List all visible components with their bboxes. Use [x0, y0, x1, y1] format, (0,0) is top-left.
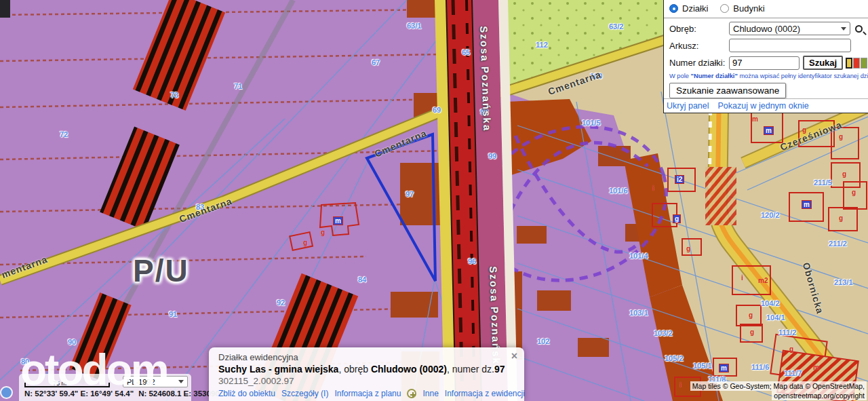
- divider: [664, 18, 868, 18]
- single-window-link[interactable]: Pokazuj w jednym oknie: [718, 101, 809, 111]
- close-icon[interactable]: ×: [511, 351, 517, 362]
- search-hint: W pole "Numer działki" można wpisać pełn…: [669, 73, 864, 79]
- plan-info-link[interactable]: Informacja z planu: [334, 389, 401, 398]
- radio-dzialki[interactable]: [669, 4, 678, 13]
- zoom-to-object-link[interactable]: Zbliż do obiektu: [218, 389, 275, 398]
- search-panel: Działki Budynki Obręb: Chludowo (0002) A…: [663, 0, 868, 113]
- panel-footer-links: Ukryj panel Pokazuj w jednym oknie: [664, 98, 868, 113]
- parcel-id: 302115_2.0002.97: [218, 376, 515, 386]
- swatch-yellow: [846, 58, 852, 69]
- obreb-select-value: Chludowo (0002): [733, 24, 800, 34]
- crs-select[interactable]: PL-1992: [123, 376, 188, 387]
- obreb-label: Obręb:: [669, 24, 729, 34]
- radio-budynki-label: Budynki: [733, 3, 764, 14]
- radio-dzialki-label: Działki: [682, 3, 708, 14]
- swatch-green: [861, 58, 867, 69]
- map-attribution: Map tiles © Geo-System; Map data © OpenS…: [690, 381, 867, 400]
- geoportal-app: 63/1676569989971737211263/2100101/5101/6…: [0, 0, 868, 401]
- attribution-line-2[interactable]: openstreetmap.org/copyright: [772, 391, 867, 400]
- advanced-search-button[interactable]: Szukanie zaawansowane: [669, 83, 786, 98]
- chevron-down-icon: [841, 27, 846, 31]
- popup-actions: Zbliż do obiektu Szczegóły (I) Informacj…: [218, 389, 515, 398]
- legend-color-swatches: [846, 58, 867, 69]
- chevron-down-icon: [178, 380, 184, 383]
- scale-label: 75 m: [53, 380, 66, 387]
- coordinate-bar: 75 m PL-1992 N: 52°33' 59.4" E: 16°49' 5…: [19, 374, 191, 401]
- swatch-red: [853, 58, 860, 69]
- szukaj-button[interactable]: Szukaj: [803, 56, 843, 70]
- obreb-select[interactable]: Chludowo (0002): [729, 22, 850, 35]
- registry-info-link[interactable]: Informacja z ewidencji: [445, 389, 525, 398]
- search-icon[interactable]: [855, 25, 863, 33]
- plus-icon[interactable]: [407, 389, 416, 398]
- parcel-info-popup: × Działka ewidencyjna Suchy Las - gmina …: [209, 347, 524, 401]
- radio-budynki[interactable]: [720, 4, 729, 13]
- scale-bar: 75 m: [24, 383, 110, 387]
- coords-geo: N: 52°33' 59.4" E: 16°49' 54.4": [24, 389, 134, 398]
- numer-dzialki-input[interactable]: [729, 56, 800, 70]
- popup-title: Działka ewidencyjna: [218, 352, 515, 362]
- scale-line: [24, 383, 110, 387]
- geolocation-icon[interactable]: [0, 386, 13, 399]
- attribution-line-1: Map tiles © Geo-System; Map data © OpenS…: [690, 381, 867, 391]
- details-link[interactable]: Szczegóły (I): [281, 389, 328, 398]
- hide-panel-link[interactable]: Ukryj panel: [667, 101, 709, 111]
- crs-value: PL-1992: [127, 378, 155, 386]
- coordinates-readout: N: 52°33' 59.4" E: 16°49' 54.4"N: 524608…: [24, 389, 188, 398]
- arkusz-label: Arkusz:: [669, 41, 729, 51]
- popup-parcel-description: Suchy Las - gmina wiejska, obręb Chludow…: [218, 364, 515, 375]
- other-link[interactable]: Inne: [422, 389, 438, 398]
- arkusz-input[interactable]: [729, 39, 851, 52]
- numer-dzialki-label: Numer działki:: [669, 58, 729, 68]
